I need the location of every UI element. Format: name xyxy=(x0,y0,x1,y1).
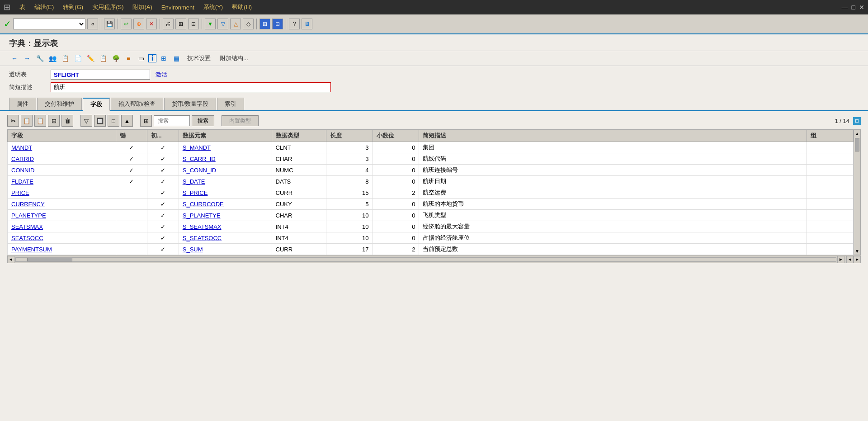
h-scrollbar-thumb[interactable] xyxy=(27,258,72,261)
h-scrollbar[interactable] xyxy=(15,257,836,262)
menu-system[interactable]: 系统(Y) xyxy=(203,3,223,11)
paste-btn[interactable]: 📋 xyxy=(34,115,46,127)
toolbar-btn-6[interactable]: ▼ xyxy=(205,19,216,29)
tab-index[interactable]: 索引 xyxy=(217,98,244,110)
cell-init[interactable]: ✓ xyxy=(147,244,179,255)
menu-append[interactable]: 附加(A) xyxy=(132,3,152,11)
menu-help[interactable]: 帮助(H) xyxy=(232,3,252,11)
tool-icon-1[interactable]: 🔧 xyxy=(34,53,45,64)
scroll-left-btn[interactable]: ◄ xyxy=(7,256,14,263)
cell-data-elem[interactable]: S_CARR_ID xyxy=(179,153,272,165)
cell-field[interactable]: PAYMENTSUM xyxy=(8,244,116,255)
table-btn-4[interactable]: ⊞ xyxy=(48,115,60,127)
tab-delivery[interactable]: 交付和维护 xyxy=(37,98,82,110)
cell-field[interactable]: CURRENCY xyxy=(8,199,116,210)
toolbar-btn-1[interactable]: ↩ xyxy=(121,19,132,29)
cell-init[interactable]: ✓ xyxy=(147,221,179,232)
cell-init[interactable]: ✓ xyxy=(147,210,179,221)
nav-back-btn[interactable]: ← xyxy=(9,53,20,64)
menu-goto[interactable]: 转到(G) xyxy=(63,3,83,11)
minimize-button[interactable]: — xyxy=(842,4,848,11)
tool-icon-7[interactable]: 🌳 xyxy=(110,53,121,64)
grid-icon-2[interactable]: ▦ xyxy=(171,53,182,64)
grid-icon-1[interactable]: ⊞ xyxy=(158,53,169,64)
menu-environment[interactable]: Environment xyxy=(161,4,194,11)
tab-input-help[interactable]: 输入帮助/检查 xyxy=(111,98,163,110)
tool-icon-2[interactable]: 👥 xyxy=(47,53,58,64)
cell-field[interactable]: PLANETYPE xyxy=(8,210,116,221)
copy-btn[interactable]: 📋 xyxy=(21,115,33,127)
nav-forward-btn[interactable]: → xyxy=(22,53,33,64)
cell-data-elem[interactable]: S_PLANETYE xyxy=(179,210,272,221)
cell-data-elem[interactable]: S_PRICE xyxy=(179,187,272,199)
grid-toggle-icon[interactable]: ⊞ xyxy=(853,117,861,125)
scroll-right-btn[interactable]: ► xyxy=(837,256,844,263)
cell-field[interactable]: PRICE xyxy=(8,187,116,199)
search-input[interactable] xyxy=(154,115,190,126)
restore-button[interactable]: □ xyxy=(852,4,855,11)
cell-init[interactable]: ✓ xyxy=(147,176,179,187)
toolbar-btn-9[interactable]: ◇ xyxy=(243,19,254,29)
table-btn-8[interactable]: □ xyxy=(108,115,119,127)
tool-icon-5[interactable]: ✏️ xyxy=(85,53,96,64)
cell-key[interactable] xyxy=(116,232,147,244)
close-button[interactable]: ✕ xyxy=(859,4,864,11)
scroll-up-btn[interactable]: ▲ xyxy=(854,130,860,137)
cell-key[interactable]: ✓ xyxy=(116,153,147,165)
nav-arrow-right[interactable]: ► xyxy=(854,256,861,263)
cell-field[interactable]: CONNID xyxy=(8,165,116,176)
cell-data-elem[interactable]: S_CURRCODE xyxy=(179,199,272,210)
back-nav-btn[interactable]: « xyxy=(87,19,98,29)
scroll-thumb[interactable] xyxy=(855,138,859,151)
green-check-icon[interactable]: ✓ xyxy=(4,19,11,29)
monitor-btn[interactable]: 🖥 xyxy=(302,19,312,29)
save-btn[interactable]: 💾 xyxy=(104,19,115,29)
cell-init[interactable]: ✓ xyxy=(147,199,179,210)
cell-init[interactable]: ✓ xyxy=(147,165,179,176)
print-btn[interactable]: 🖨 xyxy=(163,19,174,29)
builtin-type-btn[interactable]: 内置类型 xyxy=(222,115,259,126)
tab-fields[interactable]: 字段 xyxy=(83,98,110,111)
toolbar-btn-5[interactable]: ⊟ xyxy=(188,19,199,29)
cell-key[interactable]: ✓ xyxy=(116,165,147,176)
cell-init[interactable]: ✓ xyxy=(147,153,179,165)
info-icon[interactable]: i xyxy=(148,54,156,62)
filter-btn[interactable]: ▽ xyxy=(80,115,92,127)
cell-key[interactable] xyxy=(116,187,147,199)
cell-field[interactable]: SEATSMAX xyxy=(8,221,116,232)
toolbar-btn-11[interactable]: ⊟ xyxy=(272,19,283,29)
command-field[interactable] xyxy=(13,19,85,29)
help-btn[interactable]: ? xyxy=(289,19,300,29)
toolbar-btn-3[interactable]: ✕ xyxy=(146,19,157,29)
table-scrollbar[interactable]: ▲ ▼ xyxy=(854,129,861,255)
menu-utilities[interactable]: 实用程序(S) xyxy=(92,3,123,11)
cell-init[interactable]: ✓ xyxy=(147,187,179,199)
tech-settings-btn[interactable]: 技术设置 xyxy=(187,54,211,62)
cell-field[interactable]: SEATSOCC xyxy=(8,232,116,244)
tool-icon-3[interactable]: 📋 xyxy=(60,53,71,64)
cell-data-elem[interactable]: S_DATE xyxy=(179,176,272,187)
menu-table[interactable]: 表 xyxy=(19,3,25,11)
tool-icon-9[interactable]: ▭ xyxy=(136,53,146,64)
toolbar-btn-8[interactable]: △ xyxy=(230,19,241,29)
cell-field[interactable]: FLDATE xyxy=(8,176,116,187)
table-btn-10[interactable]: ⊞ xyxy=(140,115,152,127)
tool-icon-8[interactable]: ≡ xyxy=(123,53,134,64)
cell-key[interactable]: ✓ xyxy=(116,176,147,187)
table-input[interactable] xyxy=(51,70,150,80)
table-btn-5[interactable]: 🗑 xyxy=(61,115,73,127)
cell-data-elem[interactable]: S_MANDT xyxy=(179,142,272,153)
cell-init[interactable]: ✓ xyxy=(147,232,179,244)
tool-icon-4[interactable]: 📄 xyxy=(72,53,83,64)
cell-field[interactable]: CARRID xyxy=(8,153,116,165)
cut-btn[interactable]: ✂ xyxy=(7,115,19,127)
scroll-down-btn[interactable]: ▼ xyxy=(854,247,860,255)
cell-key[interactable] xyxy=(116,210,147,221)
tool-icon-6[interactable]: 📋 xyxy=(98,53,108,64)
table-btn-9[interactable]: ▲ xyxy=(121,115,133,127)
cell-init[interactable]: ✓ xyxy=(147,142,179,153)
toolbar-btn-4[interactable]: ⊞ xyxy=(175,19,186,29)
tab-attributes[interactable]: 属性 xyxy=(9,98,36,110)
toolbar-btn-10[interactable]: ⊞ xyxy=(259,19,270,29)
desc-input[interactable] xyxy=(51,82,331,92)
